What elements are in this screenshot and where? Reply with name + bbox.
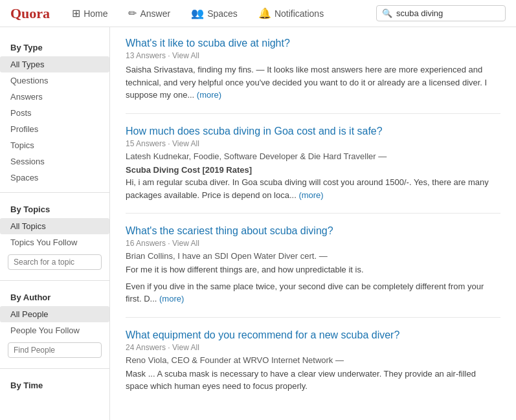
result-author: Latesh Kudnekar, Foodie, Software Develo… <box>126 151 500 161</box>
main-layout: By Type All Types Questions Answers Post… <box>0 27 516 420</box>
sidebar-item-posts[interactable]: Posts <box>0 105 109 121</box>
header-search-box: 🔍 <box>376 5 506 21</box>
sidebar-divider-3 <box>0 368 109 369</box>
sidebar-item-questions[interactable]: Questions <box>0 72 109 89</box>
sidebar-item-all-types[interactable]: All Types <box>0 56 109 72</box>
result-item: What's the scariest thing about scuba di… <box>126 225 500 318</box>
topic-search-input[interactable] <box>8 254 102 270</box>
people-search-input[interactable] <box>8 342 102 358</box>
logo: Quora <box>10 5 50 22</box>
result-meta: 24 Answers · View All <box>126 343 500 352</box>
by-time-title: By Time <box>0 375 109 394</box>
result-bold: Scuba Diving Cost [2019 Rates] <box>126 164 500 177</box>
nav-notifications-label: Notifications <box>275 8 324 19</box>
result-body: Saisha Srivastava, finding my fins. — It… <box>126 63 500 102</box>
sidebar-item-people-you-follow[interactable]: People You Follow <box>0 322 109 338</box>
result-body: Hi, i am regular scuba diver. In Goa scu… <box>126 176 500 201</box>
result-body-part2: Even if you dive in the same place twice… <box>126 280 500 305</box>
sidebar-item-all-topics[interactable]: All Topics <box>0 218 109 234</box>
result-title[interactable]: What equipment do you recommend for a ne… <box>126 329 500 341</box>
sidebar-item-topics-you-follow[interactable]: Topics You Follow <box>0 234 109 250</box>
by-type-title: By Type <box>0 38 109 56</box>
result-meta: 15 Answers · View All <box>126 139 500 148</box>
result-meta: 13 Answers · View All <box>126 51 500 60</box>
sidebar-item-profiles[interactable]: Profiles <box>0 121 109 137</box>
result-title[interactable]: What's it like to scuba dive at night? <box>126 38 500 49</box>
result-meta: 16 Answers · View All <box>126 239 500 248</box>
results-content: What's it like to scuba dive at night? 1… <box>110 27 516 420</box>
result-author: Brian Collins, I have an SDI Open Water … <box>126 251 500 261</box>
result-body-part1: For me it is how different things are, a… <box>126 263 500 276</box>
by-author-title: By Author <box>0 287 109 306</box>
sidebar-divider-1 <box>0 192 109 193</box>
header-search-input[interactable] <box>396 8 500 18</box>
sidebar-item-answers[interactable]: Answers <box>0 89 109 105</box>
sidebar-divider-2 <box>0 280 109 281</box>
sidebar: By Type All Types Questions Answers Post… <box>0 27 110 420</box>
home-icon: ⊞ <box>72 7 80 19</box>
header-search-icon: 🔍 <box>382 8 392 18</box>
sidebar-item-all-people[interactable]: All People <box>0 306 109 322</box>
notifications-icon: 🔔 <box>258 7 271 19</box>
spaces-icon: 👥 <box>191 7 204 19</box>
sidebar-item-sessions[interactable]: Sessions <box>0 153 109 170</box>
result-author: Reno Viola, CEO & Founder at WRVO Intern… <box>126 355 500 365</box>
result-item: What's it like to scuba dive at night? 1… <box>126 38 500 114</box>
by-topics-title: By Topics <box>0 199 109 218</box>
nav-spaces-label: Spaces <box>207 8 238 19</box>
result-item: How much does scuba diving in Goa cost a… <box>126 126 500 214</box>
nav-notifications[interactable]: 🔔 Notifications <box>254 5 328 22</box>
sidebar-item-spaces[interactable]: Spaces <box>0 170 109 186</box>
nav-spaces[interactable]: 👥 Spaces <box>187 5 241 22</box>
result-more-link[interactable]: (more) <box>197 90 221 100</box>
nav-answer-label: Answer <box>140 8 170 19</box>
result-title[interactable]: What's the scariest thing about scuba di… <box>126 225 500 237</box>
answer-icon: ✏ <box>128 7 137 19</box>
header: Quora ⊞ Home ✏ Answer 👥 Spaces 🔔 Notific… <box>0 0 516 27</box>
result-more-link[interactable]: (more) <box>159 294 184 304</box>
nav-home[interactable]: ⊞ Home <box>68 5 111 22</box>
result-title[interactable]: How much does scuba diving in Goa cost a… <box>126 126 500 137</box>
sidebar-item-topics[interactable]: Topics <box>0 137 109 153</box>
result-more-link[interactable]: (more) <box>298 190 323 200</box>
nav-answer[interactable]: ✏ Answer <box>124 5 174 22</box>
result-body: Mask ... A scuba mask is necessary to ha… <box>126 368 500 393</box>
result-item: What equipment do you recommend for a ne… <box>126 329 500 404</box>
nav-home-label: Home <box>84 8 107 19</box>
